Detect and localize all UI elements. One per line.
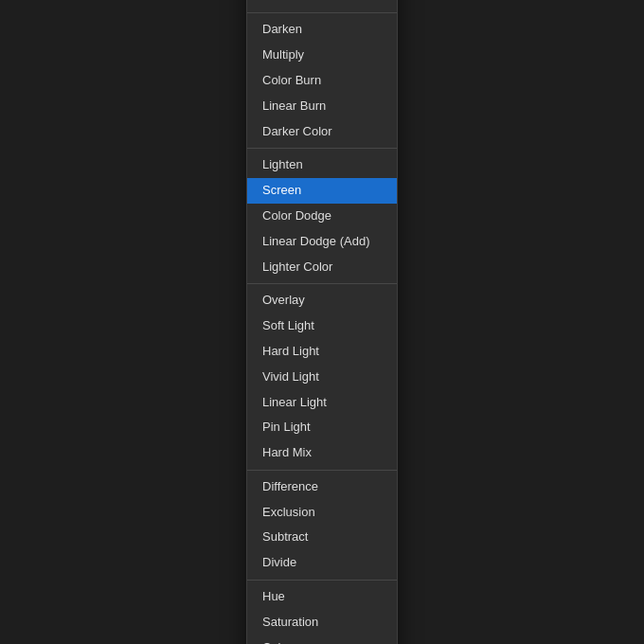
- menu-item[interactable]: Pin Light: [247, 415, 397, 440]
- menu-divider: [247, 12, 397, 13]
- menu-item[interactable]: Exclusion: [247, 500, 397, 526]
- menu-divider: [247, 470, 397, 471]
- menu-item[interactable]: Hard Mix: [247, 440, 397, 466]
- menu-item[interactable]: Lighter Color: [247, 255, 397, 280]
- menu-item[interactable]: Linear Light: [247, 390, 397, 416]
- menu-item[interactable]: Hue: [247, 584, 397, 610]
- menu-divider: [247, 580, 397, 581]
- menu-item[interactable]: Vivid Light: [247, 365, 397, 390]
- menu-item[interactable]: Multiply: [247, 43, 397, 68]
- menu-divider: [247, 283, 397, 284]
- menu-divider: [247, 148, 397, 149]
- menu-item[interactable]: Soft Light: [247, 313, 397, 339]
- menu-item[interactable]: Linear Burn: [247, 94, 397, 119]
- menu-item[interactable]: Screen: [247, 178, 397, 204]
- blend-mode-dropdown[interactable]: NormalDissolveDarkenMultiplyColor BurnLi…: [246, 0, 398, 644]
- menu-item[interactable]: Dissolve: [247, 0, 397, 9]
- menu-item[interactable]: Divide: [247, 550, 397, 576]
- menu-item[interactable]: Color Dodge: [247, 204, 397, 229]
- menu-item[interactable]: Overlay: [247, 288, 397, 313]
- menu-item[interactable]: Color: [247, 635, 397, 644]
- menu-item[interactable]: Lighten: [247, 152, 397, 178]
- menu-item[interactable]: Saturation: [247, 610, 397, 635]
- menu-item[interactable]: Hard Light: [247, 339, 397, 365]
- menu-item[interactable]: Color Burn: [247, 68, 397, 94]
- menu-item[interactable]: Difference: [247, 474, 397, 500]
- menu-item[interactable]: Subtract: [247, 525, 397, 550]
- menu-item[interactable]: Linear Dodge (Add): [247, 229, 397, 255]
- menu-item[interactable]: Darker Color: [247, 119, 397, 145]
- menu-item[interactable]: Darken: [247, 17, 397, 43]
